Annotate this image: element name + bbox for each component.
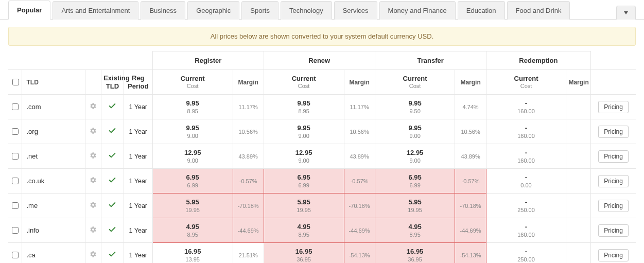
reg-period: 1 Year — [124, 144, 152, 169]
gear-icon[interactable] — [90, 202, 97, 210]
transfer-price: 9.959.50 — [375, 95, 455, 119]
category-tabs: PopularArts and EntertainmentBusinessGeo… — [0, 0, 644, 20]
row-checkbox[interactable] — [12, 178, 19, 184]
tab-money-and-finance[interactable]: Money and Finance — [379, 1, 456, 20]
tab-geographic[interactable]: Geographic — [187, 1, 239, 20]
register-current: 4.95 — [153, 223, 233, 231]
register-current: 16.95 — [153, 248, 233, 255]
header-renew-current[interactable]: CurrentCost — [264, 70, 344, 95]
redemption-price: -250.00 — [486, 194, 566, 218]
table-row: .info1 Year4.958.95-44.69%4.958.95-44.69… — [8, 218, 636, 243]
row-settings[interactable] — [85, 243, 101, 263]
header-tld[interactable]: TLD — [22, 70, 85, 95]
row-checkbox[interactable] — [12, 227, 19, 234]
redemption-cost: 160.00 — [486, 157, 566, 164]
row-settings[interactable] — [85, 95, 101, 119]
tab-technology[interactable]: Technology — [281, 1, 332, 20]
pricing-button[interactable]: Pricing — [598, 200, 629, 212]
row-settings[interactable] — [85, 169, 101, 194]
table-row: .net1 Year12.959.0043.89%12.959.0043.89%… — [8, 144, 636, 169]
renew-current: 9.95 — [264, 124, 344, 132]
select-all-checkbox[interactable] — [12, 79, 19, 85]
redemption-cost: 250.00 — [486, 207, 566, 213]
row-settings[interactable] — [85, 144, 101, 169]
table-row: .ca1 Year16.9513.9521.51%16.9536.95-54.1… — [8, 243, 636, 263]
tabs-overflow-button[interactable] — [616, 6, 636, 20]
row-select — [8, 119, 22, 144]
transfer-current: 9.95 — [375, 124, 455, 132]
gear-icon[interactable] — [90, 153, 97, 161]
tab-food-and-drink[interactable]: Food and Drink — [507, 1, 570, 20]
tab-business[interactable]: Business — [141, 1, 185, 20]
existing-tld — [101, 169, 124, 194]
tld-name: .ca — [22, 243, 85, 263]
row-checkbox[interactable] — [12, 252, 19, 258]
renew-margin: -44.69% — [344, 218, 375, 243]
header-existing[interactable]: Existing TLD — [101, 70, 124, 95]
reg-period: 1 Year — [124, 218, 152, 243]
transfer-price: 12.959.00 — [375, 144, 455, 169]
row-select — [8, 95, 22, 119]
gear-icon[interactable] — [90, 252, 97, 259]
register-price: 5.9519.95 — [152, 194, 233, 218]
gear-icon[interactable] — [90, 227, 97, 235]
register-margin: -70.18% — [233, 194, 264, 218]
transfer-cost: 19.95 — [375, 207, 455, 213]
header-redemption-margin[interactable]: Margin — [566, 70, 591, 95]
redemption-cost: 160.00 — [486, 232, 566, 238]
renew-price: 16.9536.95 — [264, 243, 344, 263]
header-period[interactable]: Reg Period — [124, 70, 152, 95]
gear-icon[interactable] — [90, 178, 97, 185]
tab-sports[interactable]: Sports — [241, 1, 279, 20]
row-select — [8, 169, 22, 194]
row-select — [8, 218, 22, 243]
redemption-current: - — [486, 124, 566, 132]
gear-icon[interactable] — [90, 103, 97, 111]
renew-margin: 43.89% — [344, 144, 375, 169]
row-settings[interactable] — [85, 218, 101, 243]
renew-cost: 19.95 — [264, 207, 344, 213]
redemption-margin — [566, 144, 591, 169]
row-action: Pricing — [591, 119, 636, 144]
renew-margin: -0.57% — [344, 169, 375, 194]
row-settings[interactable] — [85, 194, 101, 218]
pricing-button[interactable]: Pricing — [598, 224, 629, 237]
register-cost: 9.00 — [153, 133, 233, 139]
row-action: Pricing — [591, 218, 636, 243]
redemption-margin — [566, 243, 591, 263]
transfer-price: 9.959.00 — [375, 119, 455, 144]
pricing-button[interactable]: Pricing — [598, 249, 629, 261]
existing-tld — [101, 243, 124, 263]
tld-name: .co.uk — [22, 169, 85, 194]
pricing-button[interactable]: Pricing — [598, 175, 629, 187]
tab-services[interactable]: Services — [334, 1, 377, 20]
row-checkbox[interactable] — [12, 128, 19, 135]
pricing-button[interactable]: Pricing — [598, 150, 629, 163]
redemption-price: -160.00 — [486, 218, 566, 243]
header-register-margin[interactable]: Margin — [233, 70, 264, 95]
header-transfer-margin[interactable]: Margin — [455, 70, 486, 95]
row-settings[interactable] — [85, 119, 101, 144]
row-checkbox[interactable] — [12, 103, 19, 110]
tab-popular[interactable]: Popular — [8, 1, 50, 20]
row-checkbox[interactable] — [12, 153, 19, 160]
renew-cost: 9.00 — [264, 157, 344, 164]
header-redemption-current[interactable]: CurrentCost — [486, 70, 566, 95]
check-icon — [108, 203, 116, 211]
pricing-button[interactable]: Pricing — [598, 126, 629, 138]
redemption-price: -160.00 — [486, 119, 566, 144]
register-price: 12.959.00 — [152, 144, 233, 169]
tab-arts-and-entertainment[interactable]: Arts and Entertainment — [53, 1, 138, 20]
renew-price: 9.959.00 — [264, 119, 344, 144]
transfer-current: 16.95 — [375, 248, 455, 255]
row-checkbox[interactable] — [12, 202, 19, 209]
tab-education[interactable]: Education — [458, 1, 505, 20]
header-transfer-current[interactable]: CurrentCost — [375, 70, 455, 95]
renew-current: 9.95 — [264, 99, 344, 107]
transfer-current: 9.95 — [375, 99, 455, 107]
header-register-current[interactable]: CurrentCost — [152, 70, 233, 95]
header-renew-margin[interactable]: Margin — [344, 70, 375, 95]
gear-icon[interactable] — [90, 128, 97, 136]
pricing-button[interactable]: Pricing — [598, 101, 629, 113]
renew-current: 4.95 — [264, 223, 344, 231]
